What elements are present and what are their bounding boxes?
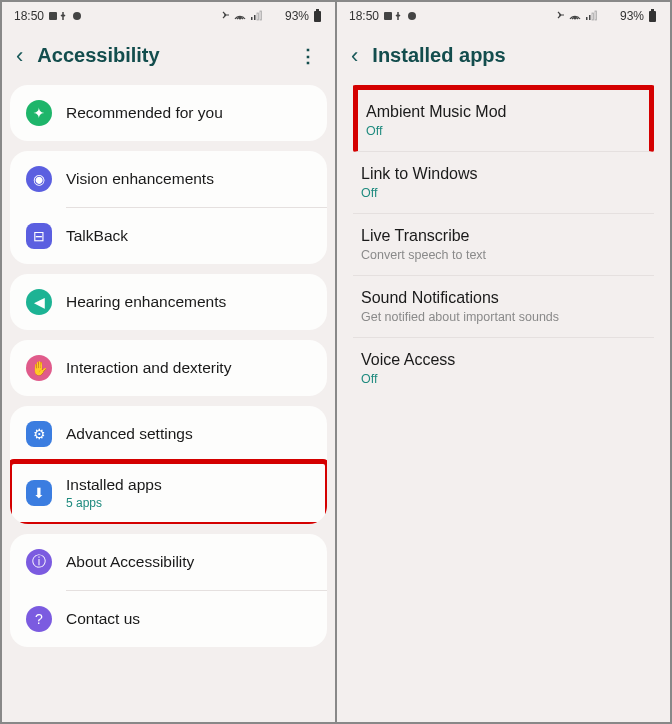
svg-rect-14 <box>649 11 656 22</box>
hearing-icon: ◀ <box>26 289 52 315</box>
svg-point-9 <box>408 12 416 20</box>
status-bar: 18:50 93% <box>337 2 670 30</box>
status-notification-icons <box>384 10 420 22</box>
svg-rect-5 <box>260 11 262 20</box>
back-icon[interactable]: ‹ <box>351 45 358 67</box>
more-options-icon[interactable]: ⋮ <box>299 45 321 67</box>
talkback-icon: ⊟ <box>26 223 52 249</box>
svg-rect-3 <box>254 15 256 20</box>
row-label: Advanced settings <box>66 425 193 443</box>
settings-card: ⓘAbout Accessibility?Contact us <box>10 534 327 647</box>
svg-rect-2 <box>251 17 253 20</box>
app-status: Off <box>361 186 646 200</box>
row-label: About Accessibility <box>66 553 194 571</box>
row-label: Interaction and dexterity <box>66 359 231 377</box>
status-notification-icons <box>49 10 85 22</box>
installed-app-item[interactable]: Live TranscribeConvert speech to text <box>353 214 654 276</box>
settings-card: ✦Recommended for you <box>10 85 327 141</box>
row-label: Recommended for you <box>66 104 223 122</box>
back-icon[interactable]: ‹ <box>16 45 23 67</box>
app-status: Convert speech to text <box>361 248 646 262</box>
settings-card: ◀Hearing enhancements <box>10 274 327 330</box>
header: ‹ Accessibility ⋮ <box>2 30 335 85</box>
page-title: Installed apps <box>372 44 656 67</box>
app-name: Ambient Music Mod <box>366 103 641 121</box>
settings-card: ⚙Advanced settings⬇Installed apps5 apps <box>10 406 327 524</box>
svg-rect-6 <box>314 11 321 22</box>
status-time: 18:50 <box>349 9 379 23</box>
status-battery-pct: 93% <box>620 9 644 23</box>
svg-rect-11 <box>589 15 591 20</box>
battery-icon <box>313 9 323 23</box>
installed-icon: ⬇ <box>26 480 52 506</box>
app-status: Off <box>361 372 646 386</box>
row-label: Contact us <box>66 610 140 628</box>
app-name: Link to Windows <box>361 165 646 183</box>
screen-accessibility: 18:50 93% ‹ Accessibility ⋮ ✦Recommended… <box>2 2 335 722</box>
app-name: Sound Notifications <box>361 289 646 307</box>
svg-rect-0 <box>49 12 57 20</box>
screen-installed-apps: 18:50 93% ‹ Installed apps Ambient Music… <box>337 2 670 722</box>
installed-app-item[interactable]: Link to WindowsOff <box>353 152 654 214</box>
about-icon: ⓘ <box>26 549 52 575</box>
installed-app-item[interactable]: Ambient Music ModOff <box>353 85 654 152</box>
settings-row[interactable]: ⬇Installed apps5 apps <box>10 462 327 524</box>
svg-rect-4 <box>257 13 259 20</box>
status-time: 18:50 <box>14 9 44 23</box>
svg-rect-10 <box>586 17 588 20</box>
settings-row[interactable]: ⊟TalkBack <box>10 208 327 264</box>
svg-point-1 <box>73 12 81 20</box>
settings-card: ✋Interaction and dexterity <box>10 340 327 396</box>
header: ‹ Installed apps <box>337 30 670 85</box>
settings-row[interactable]: ✋Interaction and dexterity <box>10 340 327 396</box>
status-system-icons <box>221 10 281 22</box>
interaction-icon: ✋ <box>26 355 52 381</box>
settings-card: ◉Vision enhancements⊟TalkBack <box>10 151 327 264</box>
row-label: Vision enhancements <box>66 170 214 188</box>
app-name: Live Transcribe <box>361 227 646 245</box>
settings-row[interactable]: ◀Hearing enhancements <box>10 274 327 330</box>
row-label: Installed apps <box>66 476 162 494</box>
installed-apps-list: Ambient Music ModOffLink to WindowsOffLi… <box>337 85 670 399</box>
row-label: TalkBack <box>66 227 128 245</box>
status-battery-pct: 93% <box>285 9 309 23</box>
svg-rect-15 <box>651 9 654 11</box>
settings-list: ✦Recommended for you◉Vision enhancements… <box>2 85 335 647</box>
vision-icon: ◉ <box>26 166 52 192</box>
app-name: Voice Access <box>361 351 646 369</box>
svg-rect-12 <box>592 13 594 20</box>
row-label: Hearing enhancements <box>66 293 226 311</box>
row-subtitle: 5 apps <box>66 496 162 510</box>
status-system-icons <box>556 10 616 22</box>
settings-row[interactable]: ◉Vision enhancements <box>10 151 327 207</box>
settings-row[interactable]: ⚙Advanced settings <box>10 406 327 462</box>
page-title: Accessibility <box>37 44 285 67</box>
svg-rect-7 <box>316 9 319 11</box>
svg-rect-8 <box>384 12 392 20</box>
app-status: Get notified about important sounds <box>361 310 646 324</box>
advanced-icon: ⚙ <box>26 421 52 447</box>
settings-row[interactable]: ?Contact us <box>10 591 327 647</box>
installed-app-item[interactable]: Voice AccessOff <box>353 338 654 399</box>
app-status: Off <box>366 124 641 138</box>
battery-icon <box>648 9 658 23</box>
settings-row[interactable]: ✦Recommended for you <box>10 85 327 141</box>
svg-rect-13 <box>595 11 597 20</box>
recommended-icon: ✦ <box>26 100 52 126</box>
installed-app-item[interactable]: Sound NotificationsGet notified about im… <box>353 276 654 338</box>
status-bar: 18:50 93% <box>2 2 335 30</box>
settings-row[interactable]: ⓘAbout Accessibility <box>10 534 327 590</box>
contact-icon: ? <box>26 606 52 632</box>
